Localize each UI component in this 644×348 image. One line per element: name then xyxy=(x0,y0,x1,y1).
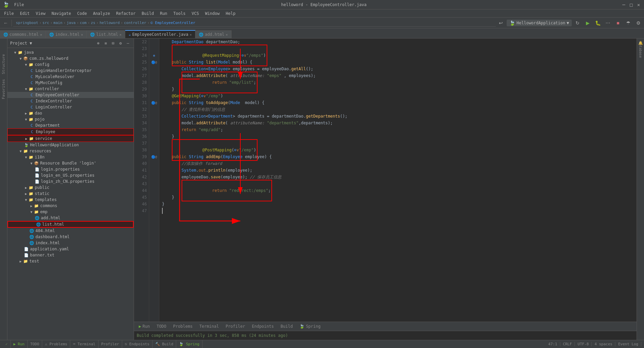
bottom-tab-spring[interactable]: 🍃 Spring xyxy=(296,323,324,329)
menu-navigate[interactable]: Navigate xyxy=(49,10,74,17)
status-build-tab[interactable]: 🔨 Build xyxy=(153,340,177,348)
menu-edit[interactable]: Edit xyxy=(17,10,32,17)
menu-help[interactable]: Help xyxy=(223,10,238,17)
tab-index-close[interactable]: ✕ xyxy=(81,33,83,36)
tree-service[interactable]: ▶ 📁 service xyxy=(7,135,134,142)
code-content[interactable]: DepartmentDao departmentDao; @RequestMap… xyxy=(159,39,637,322)
tree-templates[interactable]: ▼ 📁 templates xyxy=(7,197,134,203)
sidebar-hide-button[interactable]: — xyxy=(125,40,131,46)
breadcrumb-controller[interactable]: controller xyxy=(124,21,146,25)
tree-commons[interactable]: ▶ 📁 commons xyxy=(7,203,134,209)
tree-app-yaml[interactable]: 📄 application.yaml xyxy=(7,246,134,252)
tab-employee-close[interactable]: ✕ xyxy=(190,33,192,36)
menu-file[interactable]: File xyxy=(1,10,17,17)
tree-dao[interactable]: ▶ 📁 dao xyxy=(7,110,134,116)
tree-mylocale[interactable]: C MyLocaleResolver xyxy=(7,74,134,80)
breadcrumb-main[interactable]: main xyxy=(53,21,62,25)
tree-login-controller[interactable]: C LoginController xyxy=(7,104,134,110)
tree-static[interactable]: ▶ 📁 static xyxy=(7,191,134,197)
tree-employee-controller[interactable]: C EmployeeController xyxy=(7,92,134,98)
tab-commoms[interactable]: 🌐 commoms.html ✕ xyxy=(0,30,46,38)
tree-emp-folder[interactable]: ▼ 📁 emp xyxy=(7,209,134,215)
menu-view[interactable]: View xyxy=(33,10,48,17)
maximize-button[interactable]: □ xyxy=(628,2,634,7)
menu-code[interactable]: Code xyxy=(75,10,90,17)
tab-add[interactable]: 🌐 add.html ✕ xyxy=(195,30,232,38)
status-line-ending[interactable]: CRLF xyxy=(560,342,575,346)
tree-resources[interactable]: ▼ 📁 resources xyxy=(7,148,134,154)
right-icon-database[interactable]: Database xyxy=(638,47,644,53)
status-event-log[interactable]: Event Log xyxy=(615,342,641,346)
settings-button[interactable]: ⚙ xyxy=(634,19,643,27)
stop-button[interactable]: ■ xyxy=(614,19,622,27)
breadcrumb-src[interactable]: src xyxy=(43,21,49,25)
tree-i18n[interactable]: ▼ 📁 i18n xyxy=(7,154,134,160)
sidebar-settings-button[interactable]: ⚙ xyxy=(117,40,124,46)
tree-employee[interactable]: C Employee xyxy=(7,128,134,135)
status-encoding[interactable]: UTF-8 xyxy=(575,342,592,346)
tree-banner[interactable]: 📄 banner.txt xyxy=(7,252,134,258)
tree-login-zh[interactable]: 📄 login_zh_CN.properties xyxy=(7,178,134,184)
tree-package[interactable]: ▼ 📦 com.zs.helloword xyxy=(7,55,134,61)
menu-run[interactable]: Run xyxy=(157,10,170,17)
menu-build[interactable]: Build xyxy=(139,10,157,17)
tree-public[interactable]: ▶ 📁 public xyxy=(7,184,134,191)
tab-add-close[interactable]: ✕ xyxy=(226,33,228,36)
status-run[interactable]: ▶ Run xyxy=(11,340,28,348)
tree-config[interactable]: ▼ 📁 config xyxy=(7,61,134,68)
more-run-button[interactable]: ⋯ xyxy=(603,19,612,27)
sidebar-locate-button[interactable]: ⊕ xyxy=(95,40,101,46)
bottom-tab-run[interactable]: ▶ Run xyxy=(135,323,153,329)
breadcrumb-com[interactable]: com xyxy=(80,21,87,25)
tree-dashboard[interactable]: 🌐 dashboard.html xyxy=(7,234,134,240)
status-indent[interactable]: 4 spaces xyxy=(592,342,615,346)
bottom-tab-todo[interactable]: TODO xyxy=(153,323,170,329)
tree-rb-login[interactable]: ▼ 📦 Resource Bundle 'login' xyxy=(7,160,134,166)
breadcrumb-classname[interactable]: © EmployeeController xyxy=(151,21,195,25)
vtab-structure[interactable]: Structure xyxy=(0,52,7,76)
breadcrumb-springboot[interactable]: springboot xyxy=(16,21,38,25)
debug-button[interactable]: 🐛 xyxy=(593,19,602,27)
tree-pojo[interactable]: ▼ 📁 pojo xyxy=(7,116,134,122)
bottom-tab-build[interactable]: Build xyxy=(277,323,296,329)
tree-login-prop[interactable]: 📄 login.properties xyxy=(7,166,134,172)
breadcrumb-java[interactable]: java xyxy=(66,21,76,25)
tree-index-html[interactable]: 🌐 index.html xyxy=(7,240,134,246)
breadcrumb-helloword[interactable]: helloword xyxy=(100,21,120,25)
menu-refactor[interactable]: Refactor xyxy=(113,10,138,17)
tree-login-interceptor[interactable]: C LoginHandlerInterceptor xyxy=(7,68,134,74)
tab-list-close[interactable]: ✕ xyxy=(119,33,122,36)
back-button[interactable]: ← xyxy=(1,19,10,27)
tree-controller[interactable]: ▼ 📁 controller xyxy=(7,86,134,92)
bottom-tab-problems[interactable]: Problems xyxy=(170,323,196,329)
status-problems[interactable]: ⚠ Problems xyxy=(42,340,70,348)
bottom-tab-profiler[interactable]: Profiler xyxy=(222,323,248,329)
status-position[interactable]: 47:1 xyxy=(545,342,560,346)
status-spring-tab[interactable]: 🍃 Spring xyxy=(176,340,202,348)
tree-mymvcconfig[interactable]: C MyMvcConfig xyxy=(7,80,134,86)
bottom-tab-terminal[interactable]: Terminal xyxy=(196,323,222,329)
sidebar-expand-button[interactable]: ≡ xyxy=(103,40,109,46)
menu-tools[interactable]: Tools xyxy=(171,10,188,17)
run-config-selector[interactable]: 🍃 HellowordApplication ▼ xyxy=(507,20,572,26)
status-profiler[interactable]: Profiler xyxy=(99,340,122,348)
tab-commoms-close[interactable]: ✕ xyxy=(40,33,42,36)
tab-employee-controller[interactable]: ☕ EmployeeController.java ✕ xyxy=(125,30,195,38)
tree-index-controller[interactable]: C IndexController xyxy=(7,98,134,104)
reload-button[interactable]: ↻ xyxy=(573,19,582,27)
tree-java[interactable]: ▼ 📁 java xyxy=(7,49,134,55)
breadcrumb-zs[interactable]: zs xyxy=(91,21,95,25)
code-editor[interactable]: 22 23 24 25 26 27 28 29 30 31 32 33 34 3… xyxy=(134,39,637,322)
status-build[interactable]: ✓ xyxy=(3,340,11,348)
menu-vcs[interactable]: VCS xyxy=(189,10,202,17)
bottom-tab-endpoints[interactable]: Endpoints xyxy=(248,323,277,329)
status-todo-count[interactable]: TODO xyxy=(28,340,43,348)
close-button[interactable]: ✕ xyxy=(636,2,641,7)
menu-file[interactable]: File xyxy=(11,2,27,8)
tree-404[interactable]: 🌐 404.html xyxy=(7,228,134,234)
tab-index[interactable]: 🌐 index.html ✕ xyxy=(46,30,87,38)
tab-list[interactable]: 🌐 list.html ✕ xyxy=(87,30,125,38)
coverage-button[interactable]: ☂ xyxy=(624,19,633,27)
tree-department[interactable]: C Department xyxy=(7,122,134,128)
sidebar-collapse-button[interactable]: ⊟ xyxy=(110,40,116,46)
